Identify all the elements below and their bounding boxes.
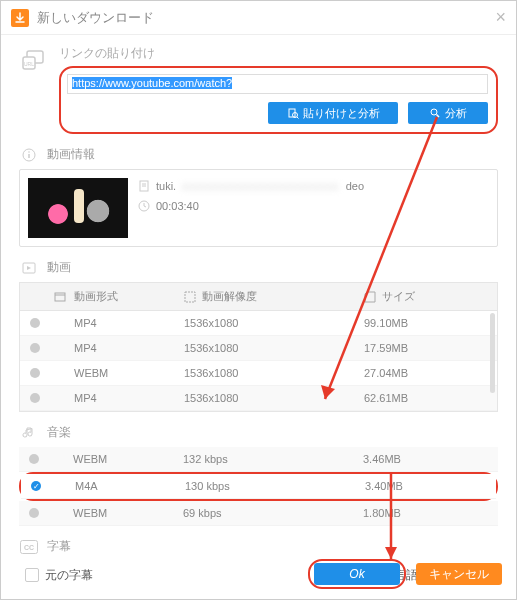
play-icon: [19, 260, 39, 276]
video-duration-row: 00:03:40: [138, 200, 364, 212]
table-row[interactable]: WEBM69 kbps1.80MB: [19, 501, 498, 526]
checkbox-icon: [25, 568, 39, 582]
ok-highlight-box: Ok: [308, 559, 406, 589]
svg-line-7: [437, 115, 440, 118]
cc-icon: CC: [19, 539, 39, 555]
table-row[interactable]: MP41536x108099.10MB: [20, 311, 497, 336]
svg-line-16: [144, 206, 146, 207]
paste-analyze-button[interactable]: 貼り付けと分析: [268, 102, 398, 124]
table-row[interactable]: M4A130 kbps3.40MB: [21, 474, 496, 499]
window-title: 新しいダウンロード: [37, 9, 495, 27]
table-row[interactable]: MP41536x108062.61MB: [20, 386, 497, 411]
original-subtitle-checkbox[interactable]: 元の字幕: [25, 567, 93, 584]
url-icon: URL: [19, 45, 51, 77]
video-title-row: tuki.xxxxxxxxxxxxxxxxxxxxxdeo: [138, 180, 364, 192]
dialog-window: 新しいダウンロード × URL リンクの貼り付け https://www.you…: [0, 0, 517, 600]
svg-point-10: [28, 151, 30, 153]
ok-button[interactable]: Ok: [314, 563, 400, 585]
video-info-header: 動画情報: [19, 146, 498, 163]
radio-icon: [29, 508, 39, 518]
file-icon: [138, 180, 150, 192]
title-bar: 新しいダウンロード ×: [1, 1, 516, 35]
svg-line-5: [297, 117, 299, 119]
close-icon[interactable]: ×: [495, 7, 506, 28]
table-row[interactable]: MP41536x108017.59MB: [20, 336, 497, 361]
url-input[interactable]: https://www.youtube.com/watch?: [67, 74, 488, 94]
radio-icon: [29, 454, 39, 464]
svg-text:CC: CC: [24, 544, 34, 551]
download-app-icon: [11, 9, 29, 27]
cancel-button[interactable]: キャンセル: [416, 563, 502, 585]
radio-icon: [30, 343, 40, 353]
svg-rect-18: [55, 293, 65, 301]
radio-icon: [30, 368, 40, 378]
video-section-header: 動画: [19, 259, 498, 276]
svg-point-6: [431, 109, 437, 115]
analyze-button[interactable]: 分析: [408, 102, 488, 124]
video-format-table: 動画形式 動画解像度 サイズ MP41536x108099.10MB MP415…: [19, 282, 498, 412]
table-row[interactable]: WEBM1536x108027.04MB: [20, 361, 497, 386]
audio-selected-highlight: M4A130 kbps3.40MB: [19, 472, 498, 501]
format-icon: [54, 291, 66, 303]
info-icon: [19, 147, 39, 163]
video-info-box: tuki.xxxxxxxxxxxxxxxxxxxxxdeo 00:03:40: [19, 169, 498, 247]
music-icon: [19, 425, 39, 441]
scrollbar[interactable]: [490, 313, 495, 393]
resolution-icon: [184, 291, 196, 303]
video-thumbnail: [28, 178, 128, 238]
link-section-label: リンクの貼り付け: [59, 45, 498, 62]
radio-checked-icon: [31, 481, 41, 491]
svg-text:URL: URL: [24, 61, 34, 67]
audio-section-header: 音楽: [19, 424, 498, 441]
radio-icon: [30, 318, 40, 328]
size-icon: [364, 291, 376, 303]
audio-format-table: WEBM132 kbps3.46MB M4A130 kbps3.40MB WEB…: [19, 447, 498, 526]
url-highlight-box: https://www.youtube.com/watch? 貼り付けと分析 分…: [59, 66, 498, 134]
subtitle-section-header: CC 字幕: [19, 538, 498, 555]
radio-icon: [30, 393, 40, 403]
svg-rect-20: [185, 292, 195, 302]
clock-icon: [138, 200, 150, 212]
table-row[interactable]: WEBM132 kbps3.46MB: [19, 447, 498, 472]
